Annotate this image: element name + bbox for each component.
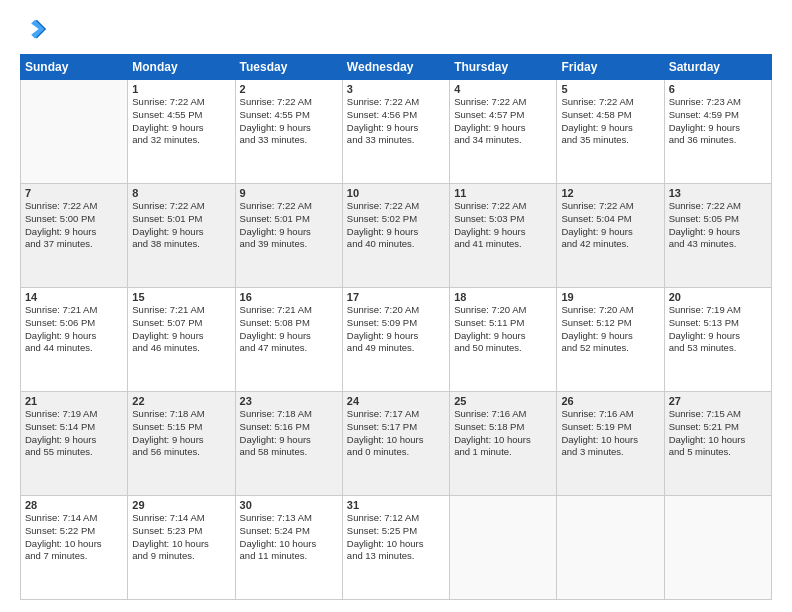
page: SundayMondayTuesdayWednesdayThursdayFrid…	[0, 0, 792, 612]
day-info: Sunrise: 7:22 AM Sunset: 5:02 PM Dayligh…	[347, 200, 445, 251]
calendar-header-cell: Sunday	[21, 55, 128, 80]
day-number: 9	[240, 187, 338, 199]
calendar-cell	[664, 496, 771, 600]
calendar-cell: 15Sunrise: 7:21 AM Sunset: 5:07 PM Dayli…	[128, 288, 235, 392]
calendar-cell: 8Sunrise: 7:22 AM Sunset: 5:01 PM Daylig…	[128, 184, 235, 288]
day-info: Sunrise: 7:22 AM Sunset: 4:55 PM Dayligh…	[132, 96, 230, 147]
calendar-cell: 3Sunrise: 7:22 AM Sunset: 4:56 PM Daylig…	[342, 80, 449, 184]
day-number: 13	[669, 187, 767, 199]
calendar-cell: 21Sunrise: 7:19 AM Sunset: 5:14 PM Dayli…	[21, 392, 128, 496]
calendar-header-cell: Friday	[557, 55, 664, 80]
calendar-week-row: 1Sunrise: 7:22 AM Sunset: 4:55 PM Daylig…	[21, 80, 772, 184]
day-info: Sunrise: 7:20 AM Sunset: 5:11 PM Dayligh…	[454, 304, 552, 355]
day-number: 1	[132, 83, 230, 95]
calendar-cell: 24Sunrise: 7:17 AM Sunset: 5:17 PM Dayli…	[342, 392, 449, 496]
day-info: Sunrise: 7:18 AM Sunset: 5:16 PM Dayligh…	[240, 408, 338, 459]
day-info: Sunrise: 7:22 AM Sunset: 4:58 PM Dayligh…	[561, 96, 659, 147]
calendar-cell: 7Sunrise: 7:22 AM Sunset: 5:00 PM Daylig…	[21, 184, 128, 288]
day-number: 20	[669, 291, 767, 303]
day-number: 26	[561, 395, 659, 407]
day-number: 5	[561, 83, 659, 95]
calendar-cell: 9Sunrise: 7:22 AM Sunset: 5:01 PM Daylig…	[235, 184, 342, 288]
day-info: Sunrise: 7:22 AM Sunset: 4:56 PM Dayligh…	[347, 96, 445, 147]
logo-icon	[20, 16, 48, 44]
day-info: Sunrise: 7:21 AM Sunset: 5:06 PM Dayligh…	[25, 304, 123, 355]
logo	[20, 16, 52, 44]
header	[20, 16, 772, 44]
day-number: 29	[132, 499, 230, 511]
day-number: 11	[454, 187, 552, 199]
day-number: 27	[669, 395, 767, 407]
calendar-cell: 13Sunrise: 7:22 AM Sunset: 5:05 PM Dayli…	[664, 184, 771, 288]
calendar-cell: 20Sunrise: 7:19 AM Sunset: 5:13 PM Dayli…	[664, 288, 771, 392]
day-number: 22	[132, 395, 230, 407]
day-info: Sunrise: 7:22 AM Sunset: 5:01 PM Dayligh…	[240, 200, 338, 251]
calendar-cell	[557, 496, 664, 600]
day-number: 14	[25, 291, 123, 303]
day-number: 3	[347, 83, 445, 95]
day-number: 31	[347, 499, 445, 511]
day-info: Sunrise: 7:22 AM Sunset: 5:04 PM Dayligh…	[561, 200, 659, 251]
day-number: 10	[347, 187, 445, 199]
day-number: 8	[132, 187, 230, 199]
calendar-cell: 4Sunrise: 7:22 AM Sunset: 4:57 PM Daylig…	[450, 80, 557, 184]
day-number: 12	[561, 187, 659, 199]
day-info: Sunrise: 7:19 AM Sunset: 5:14 PM Dayligh…	[25, 408, 123, 459]
day-info: Sunrise: 7:22 AM Sunset: 4:55 PM Dayligh…	[240, 96, 338, 147]
day-number: 16	[240, 291, 338, 303]
day-info: Sunrise: 7:20 AM Sunset: 5:12 PM Dayligh…	[561, 304, 659, 355]
calendar-cell: 25Sunrise: 7:16 AM Sunset: 5:18 PM Dayli…	[450, 392, 557, 496]
calendar-week-row: 14Sunrise: 7:21 AM Sunset: 5:06 PM Dayli…	[21, 288, 772, 392]
calendar-cell: 2Sunrise: 7:22 AM Sunset: 4:55 PM Daylig…	[235, 80, 342, 184]
day-number: 24	[347, 395, 445, 407]
calendar-cell: 12Sunrise: 7:22 AM Sunset: 5:04 PM Dayli…	[557, 184, 664, 288]
day-info: Sunrise: 7:19 AM Sunset: 5:13 PM Dayligh…	[669, 304, 767, 355]
calendar-cell	[450, 496, 557, 600]
calendar-header-cell: Wednesday	[342, 55, 449, 80]
calendar-header-cell: Tuesday	[235, 55, 342, 80]
calendar-week-row: 7Sunrise: 7:22 AM Sunset: 5:00 PM Daylig…	[21, 184, 772, 288]
calendar-cell: 28Sunrise: 7:14 AM Sunset: 5:22 PM Dayli…	[21, 496, 128, 600]
day-number: 30	[240, 499, 338, 511]
day-info: Sunrise: 7:14 AM Sunset: 5:23 PM Dayligh…	[132, 512, 230, 563]
day-number: 4	[454, 83, 552, 95]
calendar-cell: 26Sunrise: 7:16 AM Sunset: 5:19 PM Dayli…	[557, 392, 664, 496]
calendar-cell: 27Sunrise: 7:15 AM Sunset: 5:21 PM Dayli…	[664, 392, 771, 496]
day-info: Sunrise: 7:20 AM Sunset: 5:09 PM Dayligh…	[347, 304, 445, 355]
calendar-cell: 19Sunrise: 7:20 AM Sunset: 5:12 PM Dayli…	[557, 288, 664, 392]
calendar-cell: 29Sunrise: 7:14 AM Sunset: 5:23 PM Dayli…	[128, 496, 235, 600]
day-number: 6	[669, 83, 767, 95]
calendar-cell: 31Sunrise: 7:12 AM Sunset: 5:25 PM Dayli…	[342, 496, 449, 600]
day-info: Sunrise: 7:17 AM Sunset: 5:17 PM Dayligh…	[347, 408, 445, 459]
calendar-cell: 22Sunrise: 7:18 AM Sunset: 5:15 PM Dayli…	[128, 392, 235, 496]
day-number: 21	[25, 395, 123, 407]
day-number: 7	[25, 187, 123, 199]
calendar-cell	[21, 80, 128, 184]
day-number: 18	[454, 291, 552, 303]
day-info: Sunrise: 7:16 AM Sunset: 5:19 PM Dayligh…	[561, 408, 659, 459]
day-info: Sunrise: 7:13 AM Sunset: 5:24 PM Dayligh…	[240, 512, 338, 563]
calendar-cell: 18Sunrise: 7:20 AM Sunset: 5:11 PM Dayli…	[450, 288, 557, 392]
day-info: Sunrise: 7:18 AM Sunset: 5:15 PM Dayligh…	[132, 408, 230, 459]
calendar-cell: 6Sunrise: 7:23 AM Sunset: 4:59 PM Daylig…	[664, 80, 771, 184]
day-info: Sunrise: 7:22 AM Sunset: 4:57 PM Dayligh…	[454, 96, 552, 147]
day-info: Sunrise: 7:22 AM Sunset: 5:03 PM Dayligh…	[454, 200, 552, 251]
day-number: 19	[561, 291, 659, 303]
calendar-week-row: 21Sunrise: 7:19 AM Sunset: 5:14 PM Dayli…	[21, 392, 772, 496]
calendar-header-cell: Monday	[128, 55, 235, 80]
day-info: Sunrise: 7:16 AM Sunset: 5:18 PM Dayligh…	[454, 408, 552, 459]
calendar-header-cell: Thursday	[450, 55, 557, 80]
day-number: 28	[25, 499, 123, 511]
calendar-header-cell: Saturday	[664, 55, 771, 80]
day-info: Sunrise: 7:22 AM Sunset: 5:00 PM Dayligh…	[25, 200, 123, 251]
day-info: Sunrise: 7:22 AM Sunset: 5:01 PM Dayligh…	[132, 200, 230, 251]
calendar-cell: 16Sunrise: 7:21 AM Sunset: 5:08 PM Dayli…	[235, 288, 342, 392]
day-info: Sunrise: 7:23 AM Sunset: 4:59 PM Dayligh…	[669, 96, 767, 147]
day-info: Sunrise: 7:22 AM Sunset: 5:05 PM Dayligh…	[669, 200, 767, 251]
calendar-cell: 11Sunrise: 7:22 AM Sunset: 5:03 PM Dayli…	[450, 184, 557, 288]
day-number: 2	[240, 83, 338, 95]
day-info: Sunrise: 7:21 AM Sunset: 5:07 PM Dayligh…	[132, 304, 230, 355]
day-number: 23	[240, 395, 338, 407]
day-number: 25	[454, 395, 552, 407]
calendar-cell: 14Sunrise: 7:21 AM Sunset: 5:06 PM Dayli…	[21, 288, 128, 392]
